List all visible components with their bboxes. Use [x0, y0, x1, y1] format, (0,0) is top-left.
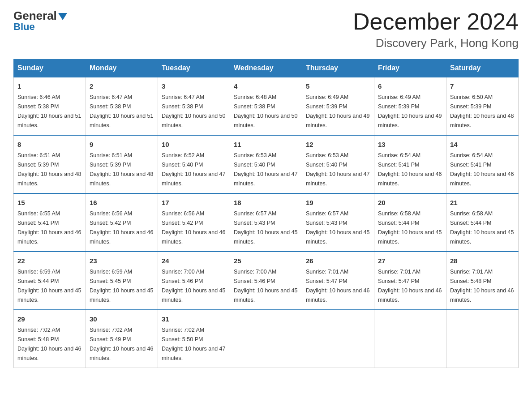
calendar-day-cell: 5Sunrise: 6:49 AMSunset: 5:39 PMDaylight…: [302, 77, 374, 135]
calendar-day-cell: 20Sunrise: 6:58 AMSunset: 5:44 PMDayligh…: [374, 193, 446, 252]
day-number: 8: [17, 139, 82, 150]
day-info: Sunrise: 6:56 AMSunset: 5:42 PMDaylight:…: [90, 210, 153, 245]
day-number: 20: [378, 197, 442, 208]
day-info: Sunrise: 6:48 AMSunset: 5:38 PMDaylight:…: [234, 94, 297, 128]
logo: General Blue: [13, 9, 67, 33]
col-header-friday: Friday: [374, 60, 446, 77]
calendar-day-cell: 14Sunrise: 6:54 AMSunset: 5:41 PMDayligh…: [446, 135, 519, 193]
col-header-sunday: Sunday: [14, 60, 86, 77]
day-info: Sunrise: 7:02 AMSunset: 5:48 PMDaylight:…: [17, 327, 81, 361]
day-number: 1: [17, 81, 82, 91]
location-title: Discovery Park, Hong Kong: [353, 36, 519, 50]
calendar-day-cell: 22Sunrise: 6:59 AMSunset: 5:44 PMDayligh…: [14, 252, 86, 310]
day-number: 7: [450, 81, 515, 91]
calendar-day-cell: [446, 310, 519, 368]
day-info: Sunrise: 6:52 AMSunset: 5:40 PMDaylight:…: [162, 152, 225, 187]
day-number: 23: [90, 256, 154, 266]
day-info: Sunrise: 6:58 AMSunset: 5:44 PMDaylight:…: [450, 210, 514, 245]
calendar-day-cell: 13Sunrise: 6:54 AMSunset: 5:41 PMDayligh…: [374, 135, 446, 193]
calendar-day-cell: [302, 310, 374, 368]
day-info: Sunrise: 6:59 AMSunset: 5:44 PMDaylight:…: [17, 269, 81, 303]
day-number: 4: [234, 81, 298, 91]
day-number: 15: [17, 197, 82, 208]
calendar-day-cell: 4Sunrise: 6:48 AMSunset: 5:38 PMDaylight…: [230, 77, 302, 135]
calendar-day-cell: 10Sunrise: 6:52 AMSunset: 5:40 PMDayligh…: [158, 135, 230, 193]
day-number: 14: [450, 139, 515, 150]
day-info: Sunrise: 6:57 AMSunset: 5:43 PMDaylight:…: [306, 210, 369, 245]
day-number: 22: [17, 256, 82, 266]
day-number: 29: [17, 314, 82, 324]
day-number: 13: [378, 139, 442, 150]
day-number: 17: [162, 197, 226, 208]
calendar-day-cell: 28Sunrise: 7:01 AMSunset: 5:48 PMDayligh…: [446, 252, 519, 310]
calendar-day-cell: 17Sunrise: 6:56 AMSunset: 5:42 PMDayligh…: [158, 193, 230, 252]
day-number: 5: [306, 81, 370, 91]
calendar-day-cell: 26Sunrise: 7:01 AMSunset: 5:47 PMDayligh…: [302, 252, 374, 310]
day-number: 11: [234, 139, 298, 150]
day-info: Sunrise: 7:01 AMSunset: 5:47 PMDaylight:…: [378, 269, 442, 303]
day-info: Sunrise: 6:49 AMSunset: 5:39 PMDaylight:…: [378, 94, 442, 128]
calendar-day-cell: 27Sunrise: 7:01 AMSunset: 5:47 PMDayligh…: [374, 252, 446, 310]
month-title: December 2024: [353, 9, 519, 34]
day-number: 26: [306, 256, 370, 266]
calendar-day-cell: 12Sunrise: 6:53 AMSunset: 5:40 PMDayligh…: [302, 135, 374, 193]
logo-triangle-icon: [58, 13, 67, 20]
day-number: 24: [162, 256, 226, 266]
page-header: General Blue December 2024 Discovery Par…: [13, 9, 519, 50]
day-info: Sunrise: 7:01 AMSunset: 5:48 PMDaylight:…: [450, 269, 514, 303]
day-info: Sunrise: 6:59 AMSunset: 5:45 PMDaylight:…: [90, 269, 153, 303]
day-number: 21: [450, 197, 515, 208]
day-info: Sunrise: 7:02 AMSunset: 5:50 PMDaylight:…: [162, 327, 225, 361]
calendar-day-cell: 6Sunrise: 6:49 AMSunset: 5:39 PMDaylight…: [374, 77, 446, 135]
day-info: Sunrise: 6:57 AMSunset: 5:43 PMDaylight:…: [234, 210, 297, 245]
day-info: Sunrise: 6:53 AMSunset: 5:40 PMDaylight:…: [234, 152, 297, 187]
calendar-day-cell: 31Sunrise: 7:02 AMSunset: 5:50 PMDayligh…: [158, 310, 230, 368]
day-info: Sunrise: 7:02 AMSunset: 5:49 PMDaylight:…: [90, 327, 153, 361]
calendar-week-row: 29Sunrise: 7:02 AMSunset: 5:48 PMDayligh…: [14, 310, 519, 368]
calendar-day-cell: 16Sunrise: 6:56 AMSunset: 5:42 PMDayligh…: [86, 193, 158, 252]
day-number: 12: [306, 139, 370, 150]
calendar-day-cell: 21Sunrise: 6:58 AMSunset: 5:44 PMDayligh…: [446, 193, 519, 252]
day-number: 6: [378, 81, 442, 91]
day-number: 28: [450, 256, 515, 266]
day-number: 27: [378, 256, 442, 266]
day-info: Sunrise: 6:47 AMSunset: 5:38 PMDaylight:…: [162, 94, 225, 128]
day-number: 30: [90, 314, 154, 324]
col-header-wednesday: Wednesday: [230, 60, 302, 77]
calendar-day-cell: 15Sunrise: 6:55 AMSunset: 5:41 PMDayligh…: [14, 193, 86, 252]
day-number: 3: [162, 81, 226, 91]
calendar-day-cell: 9Sunrise: 6:51 AMSunset: 5:39 PMDaylight…: [86, 135, 158, 193]
day-info: Sunrise: 6:53 AMSunset: 5:40 PMDaylight:…: [306, 152, 369, 187]
day-number: 10: [162, 139, 226, 150]
day-info: Sunrise: 6:50 AMSunset: 5:39 PMDaylight:…: [450, 94, 514, 128]
day-info: Sunrise: 6:54 AMSunset: 5:41 PMDaylight:…: [378, 152, 442, 187]
title-block: December 2024 Discovery Park, Hong Kong: [353, 9, 519, 50]
calendar-day-cell: 18Sunrise: 6:57 AMSunset: 5:43 PMDayligh…: [230, 193, 302, 252]
day-number: 25: [234, 256, 298, 266]
day-number: 2: [90, 81, 154, 91]
day-info: Sunrise: 6:56 AMSunset: 5:42 PMDaylight:…: [162, 210, 225, 245]
calendar-day-cell: 2Sunrise: 6:47 AMSunset: 5:38 PMDaylight…: [86, 77, 158, 135]
day-number: 19: [306, 197, 370, 208]
calendar-day-cell: 11Sunrise: 6:53 AMSunset: 5:40 PMDayligh…: [230, 135, 302, 193]
calendar-week-row: 1Sunrise: 6:46 AMSunset: 5:38 PMDaylight…: [14, 77, 519, 135]
calendar-day-cell: [374, 310, 446, 368]
calendar-day-cell: 25Sunrise: 7:00 AMSunset: 5:46 PMDayligh…: [230, 252, 302, 310]
calendar-day-cell: 19Sunrise: 6:57 AMSunset: 5:43 PMDayligh…: [302, 193, 374, 252]
calendar-day-cell: 23Sunrise: 6:59 AMSunset: 5:45 PMDayligh…: [86, 252, 158, 310]
calendar-day-cell: [230, 310, 302, 368]
logo-blue: Blue: [13, 21, 35, 33]
calendar-day-cell: 24Sunrise: 7:00 AMSunset: 5:46 PMDayligh…: [158, 252, 230, 310]
day-info: Sunrise: 6:51 AMSunset: 5:39 PMDaylight:…: [17, 152, 81, 187]
day-info: Sunrise: 6:46 AMSunset: 5:38 PMDaylight:…: [17, 94, 81, 128]
col-header-monday: Monday: [86, 60, 158, 77]
calendar-week-row: 8Sunrise: 6:51 AMSunset: 5:39 PMDaylight…: [14, 135, 519, 193]
calendar-day-cell: 30Sunrise: 7:02 AMSunset: 5:49 PMDayligh…: [86, 310, 158, 368]
calendar-day-cell: 29Sunrise: 7:02 AMSunset: 5:48 PMDayligh…: [14, 310, 86, 368]
calendar-day-cell: 3Sunrise: 6:47 AMSunset: 5:38 PMDaylight…: [158, 77, 230, 135]
day-number: 9: [90, 139, 154, 150]
calendar-table: SundayMondayTuesdayWednesdayThursdayFrid…: [13, 59, 519, 368]
day-number: 16: [90, 197, 154, 208]
day-info: Sunrise: 6:55 AMSunset: 5:41 PMDaylight:…: [17, 210, 81, 245]
day-info: Sunrise: 6:54 AMSunset: 5:41 PMDaylight:…: [450, 152, 514, 187]
